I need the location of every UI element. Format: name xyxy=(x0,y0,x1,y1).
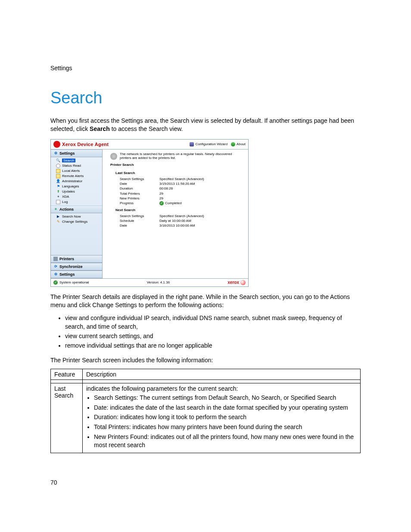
sidebar: ⚙ Settings 🔍Search Status Read Local Ale… xyxy=(51,149,103,278)
kv-value: 00:08:28 xyxy=(159,186,173,191)
feature-table: Feature Description Last Search indicate… xyxy=(50,369,361,453)
th-feature: Feature xyxy=(51,369,83,380)
config-wizard-link[interactable]: Configuration Wizard xyxy=(190,142,227,146)
sidebar-item-languages[interactable]: ⚑Languages xyxy=(51,184,102,189)
config-wizard-label: Configuration Wizard xyxy=(195,142,227,146)
bullet-item: view current search settings, and xyxy=(65,332,361,340)
kv-value: Specified Search (Advanced) xyxy=(159,214,204,218)
action-label: Change Settings xyxy=(62,220,87,224)
row-item: Duration: indicates how long it took to … xyxy=(94,413,357,421)
row-item: Date: indicates the date of the last sea… xyxy=(94,404,357,412)
kv-value: Daily at 10:00:00 AM xyxy=(159,218,191,223)
below-paragraph: The Printer Search details are displayed… xyxy=(50,293,361,309)
xda-icon: ✦ xyxy=(56,195,60,199)
sidebar-bottom-synchronize[interactable]: ⟳Synchronize xyxy=(51,263,102,271)
content-pane: The network is searched for printers on … xyxy=(103,149,248,278)
intro-bold: Search xyxy=(90,125,110,132)
actions-bullets: view and configure individual IP search,… xyxy=(65,314,361,350)
row-item: Total Printers: indicates how many print… xyxy=(94,423,357,431)
kv-key: Search Settings xyxy=(120,177,159,181)
kv-key: Date xyxy=(120,181,159,186)
action-search-now[interactable]: ▶Search Now xyxy=(51,214,102,219)
progress-text: Completed xyxy=(165,201,182,205)
envelope-icon xyxy=(56,174,60,178)
brand-text: Xerox Device Agent xyxy=(62,142,109,147)
section-title: Printer Search xyxy=(110,163,244,167)
sidebar-item-updates[interactable]: ⬆Updates xyxy=(51,189,102,194)
row-item: Search Settings: The current settings fr… xyxy=(94,394,357,402)
row-intro: indicates the following parameters for t… xyxy=(86,385,357,392)
kv-key: Duration xyxy=(120,186,159,191)
play-icon: ▶ xyxy=(56,215,60,219)
ok-icon: ✓ xyxy=(53,280,58,285)
xerox-ball-icon xyxy=(240,280,246,285)
bullet-item: view and configure individual IP search,… xyxy=(65,314,361,331)
status-text: System operational xyxy=(59,280,89,284)
status-bar: ✓ System operational Version: 4.1.36 xer… xyxy=(51,278,248,286)
kv-key: New Printers xyxy=(120,196,159,201)
kv-key: Progress xyxy=(120,201,159,205)
sidebar-item-administrator[interactable]: 👤Administrator xyxy=(51,179,102,184)
sidebar-bottom-printers[interactable]: Printers xyxy=(51,255,102,263)
sync-icon: ⟳ xyxy=(53,264,58,269)
admin-icon: 👤 xyxy=(56,179,60,184)
sidebar-bottom-label: Printers xyxy=(59,257,74,261)
sidebar-bottom-label: Settings xyxy=(59,272,75,277)
intro-paragraph: When you first access the Settings area,… xyxy=(50,117,361,133)
sidebar-item-label: Status Read xyxy=(62,164,81,168)
kv-value: 29 xyxy=(159,196,163,201)
next-search-heading: Next Search xyxy=(115,208,244,212)
kv-key: Total Printers xyxy=(120,191,159,196)
breadcrumb: Settings xyxy=(50,65,361,72)
shot-header: Xerox Device Agent Configuration Wizard … xyxy=(51,140,248,149)
sidebar-bottom-label: Synchronize xyxy=(59,264,83,269)
sidebar-settings-label: Settings xyxy=(59,151,75,156)
sidebar-item-search[interactable]: 🔍Search xyxy=(51,158,102,163)
sidebar-item-remote-alerts[interactable]: Remote Alerts xyxy=(51,174,102,179)
pencil-icon: ✎ xyxy=(56,220,60,224)
sidebar-header-settings[interactable]: ⚙ Settings xyxy=(51,149,102,157)
updates-icon: ⬆ xyxy=(56,190,60,194)
kv-value: 29 xyxy=(159,191,163,196)
sidebar-settings-list: 🔍Search Status Read Local Alerts Remote … xyxy=(51,157,102,205)
intro-post: to access the Search view. xyxy=(110,125,183,132)
sidebar-item-log[interactable]: Log xyxy=(51,199,102,205)
kv-value: 3/16/2013 10:00:00 AM xyxy=(159,223,195,228)
sidebar-item-label: Remote Alerts xyxy=(62,174,84,178)
settings-icon: ⚙ xyxy=(53,151,58,156)
sidebar-item-local-alerts[interactable]: Local Alerts xyxy=(51,168,102,174)
sidebar-bottom-settings[interactable]: ⚙Settings xyxy=(51,271,102,278)
table-intro: The Printer Search screen includes the f… xyxy=(50,356,361,364)
bullet-item: remove individual settings that are no l… xyxy=(65,341,361,350)
sidebar-item-xda[interactable]: ✦XDA xyxy=(51,194,102,199)
xerox-logo: xerox xyxy=(227,280,246,285)
flag-icon: ⚑ xyxy=(56,184,60,189)
sidebar-item-label: Local Alerts xyxy=(62,169,80,173)
printer-icon xyxy=(53,257,58,261)
gear-icon: ⚙ xyxy=(53,272,58,277)
envelope-icon xyxy=(56,169,60,173)
brand: Xerox Device Agent xyxy=(53,141,109,148)
version-text: Version: 4.1.36 xyxy=(89,280,227,284)
kv-value: 3/15/2013 11:58:20 AM xyxy=(159,181,195,186)
about-icon xyxy=(231,142,235,146)
about-label: About xyxy=(237,142,246,146)
last-search-heading: Last Search xyxy=(115,171,244,175)
search-large-icon xyxy=(110,153,117,160)
sidebar-item-label: Search xyxy=(62,159,75,162)
gear-icon: ✶ xyxy=(53,207,58,212)
sidebar-item-label: Languages xyxy=(62,184,79,188)
action-label: Search Now xyxy=(62,215,81,218)
row-item: New Printers Found: indicates out of all… xyxy=(94,433,357,449)
sidebar-actions-label: Actions xyxy=(59,207,74,212)
action-change-settings[interactable]: ✎Change Settings xyxy=(51,219,102,224)
kv-key: Date xyxy=(120,223,159,228)
search-icon: 🔍 xyxy=(56,159,60,163)
page-title: Search xyxy=(50,89,361,107)
sidebar-item-status-read[interactable]: Status Read xyxy=(51,163,102,168)
brand-icon xyxy=(53,141,60,148)
sidebar-item-label: Log xyxy=(62,200,68,204)
xerox-logo-text: xerox xyxy=(227,280,239,285)
about-link[interactable]: About xyxy=(231,142,246,146)
kv-key: Search Settings xyxy=(120,214,159,218)
